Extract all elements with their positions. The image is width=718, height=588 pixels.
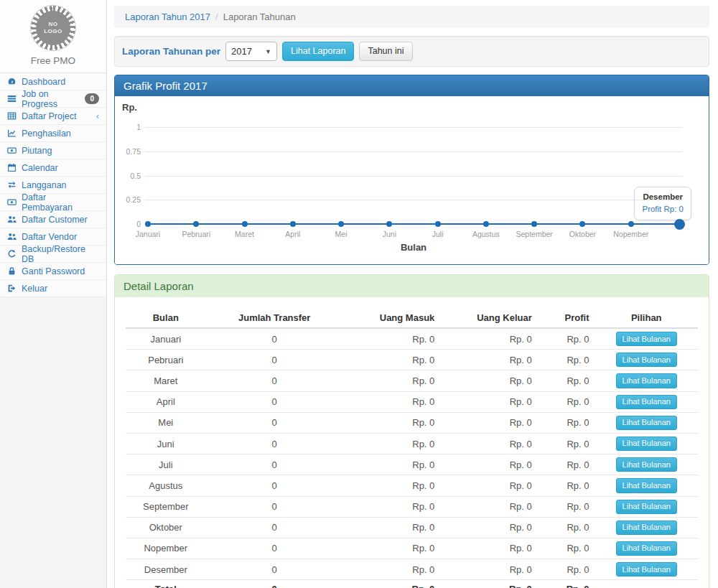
view-monthly-button-maret[interactable]: Lihat Bulanan	[616, 373, 677, 388]
cell-jumlah_transfer: 0	[206, 412, 343, 433]
data-point-agustus[interactable]	[483, 221, 489, 227]
app-window: NO LOGO Free PMO DashboardJob on Progres…	[0, 0, 718, 588]
data-point-oktober[interactable]	[579, 221, 585, 227]
table-row-januari: Januari0Rp. 0Rp. 0Rp. 0Lihat Bulanan	[126, 328, 698, 350]
cell-pilihan: Lihat Bulanan	[595, 496, 699, 517]
view-monthly-button-pebruari[interactable]: Lihat Bulanan	[616, 353, 677, 367]
profit-chart-panel: Grafik Profit 2017 Rp. Bulan Desember Pr…	[114, 75, 709, 265]
cell-profit: Rp. 0	[538, 559, 595, 580]
cell-uang_masuk: Rp. 0	[343, 391, 440, 412]
cell-jumlah_transfer: 0	[206, 454, 343, 475]
data-point-maret[interactable]	[242, 221, 248, 227]
cell-jumlah_transfer: 0	[206, 475, 343, 496]
cell-jumlah_transfer: 0	[206, 559, 343, 580]
sidebar-item-calendar[interactable]: Calendar	[0, 159, 106, 177]
sidebar-item-penghasilan[interactable]: Penghasilan	[0, 125, 106, 142]
sidebar-item-ganti-password[interactable]: Ganti Password	[0, 263, 106, 280]
table-row-september: September0Rp. 0Rp. 0Rp. 0Lihat Bulanan	[126, 496, 698, 517]
cell-pilihan: Lihat Bulanan	[595, 391, 699, 412]
cell-profit: Rp. 0	[538, 454, 595, 475]
view-monthly-button-oktober[interactable]: Lihat Bulanan	[616, 521, 677, 535]
view-monthly-button-nopember[interactable]: Lihat Bulanan	[616, 541, 677, 556]
table-header-row: BulanJumlah TransferUang MasukUang Kelua…	[126, 308, 698, 328]
logo-box: NO LOGO Free PMO	[0, 0, 106, 73]
data-point-pebruari[interactable]	[193, 221, 199, 227]
users-icon	[7, 232, 17, 241]
breadcrumb-active: Laporan Tahunan	[223, 11, 296, 22]
sidebar-item-daftar-pembayaran[interactable]: Daftar Pembayaran	[0, 194, 106, 211]
this-year-button[interactable]: Tahun ini	[359, 42, 412, 61]
gridline	[145, 127, 682, 128]
view-monthly-button-september[interactable]: Lihat Bulanan	[616, 500, 677, 514]
cell-jumlah_transfer: 0	[206, 433, 343, 454]
cell-uang_keluar: Rp. 0	[440, 475, 537, 496]
data-point-september[interactable]	[531, 221, 537, 227]
view-monthly-button-agustus[interactable]: Lihat Bulanan	[616, 478, 677, 493]
view-monthly-button-mei[interactable]: Lihat Bulanan	[616, 416, 677, 430]
sidebar-item-backup-restore-db[interactable]: Backup/Restore DB	[0, 246, 106, 263]
view-monthly-button-juli[interactable]: Lihat Bulanan	[616, 457, 677, 472]
column-header-bulan: Bulan	[126, 308, 206, 328]
cell-jumlah_transfer: 0	[206, 350, 343, 370]
cell-bulan: Januari	[126, 328, 206, 350]
cell-jumlah_transfer: 0	[206, 328, 343, 350]
cell-profit: Rp. 0	[538, 328, 595, 350]
y-tick-label: 0	[115, 220, 141, 228]
cell-profit: Rp. 0	[538, 350, 595, 370]
profit-line-chart: Rp. Bulan Desember Profit Rp: 0 10.750.5…	[115, 96, 709, 264]
breadcrumb: Laporan Tahun 2017/Laporan Tahunan	[114, 6, 709, 28]
sidebar-item-job-on-progress[interactable]: Job on Progress0	[0, 90, 106, 108]
cell-uang_keluar: Rp. 0	[440, 454, 537, 475]
year-select[interactable]: 2017 ▼	[225, 42, 277, 61]
chart-tooltip: Desember Profit Rp: 0	[634, 187, 691, 220]
table-row-nopember: Nopember0Rp. 0Rp. 0Rp. 0Lihat Bulanan	[126, 538, 698, 559]
data-point-mei[interactable]	[338, 221, 344, 227]
sidebar-item-daftar-customer[interactable]: Daftar Customer	[0, 211, 106, 228]
total-value	[595, 580, 699, 588]
breadcrumb-link[interactable]: Laporan Tahun 2017	[125, 11, 210, 22]
sidebar-menu: DashboardJob on Progress0Daftar Project‹…	[0, 73, 106, 297]
sidebar-item-daftar-project[interactable]: Daftar Project‹	[0, 108, 106, 125]
cell-uang_keluar: Rp. 0	[440, 433, 537, 454]
cell-profit: Rp. 0	[538, 433, 595, 454]
sidebar-item-keluar[interactable]: Keluar	[0, 280, 106, 297]
y-axis-title: Rp.	[122, 102, 137, 113]
cell-bulan: Oktober	[126, 517, 206, 538]
view-monthly-button-januari[interactable]: Lihat Bulanan	[616, 332, 677, 346]
users-icon	[7, 215, 17, 224]
view-report-button[interactable]: Lihat Laporan	[282, 42, 354, 61]
view-monthly-button-april[interactable]: Lihat Bulanan	[616, 395, 677, 409]
cell-bulan: Desember	[126, 559, 206, 580]
table-row-mei: Mei0Rp. 0Rp. 0Rp. 0Lihat Bulanan	[126, 412, 698, 433]
data-point-januari[interactable]	[145, 221, 151, 227]
cell-pilihan: Lihat Bulanan	[595, 328, 699, 350]
sidebar-item-label: Daftar Vendor	[22, 232, 77, 242]
data-point-april[interactable]	[290, 221, 296, 227]
cell-pilihan: Lihat Bulanan	[595, 370, 699, 391]
cell-uang_keluar: Rp. 0	[440, 538, 537, 559]
sidebar-item-piutang[interactable]: Piutang	[0, 142, 106, 159]
data-point-desember[interactable]	[674, 219, 685, 230]
cell-pilihan: Lihat Bulanan	[595, 517, 699, 538]
data-point-juli[interactable]	[435, 221, 441, 227]
sidebar-item-daftar-vendor[interactable]: Daftar Vendor	[0, 228, 106, 246]
sidebar-item-label: Keluar	[22, 284, 47, 294]
sidebar-item-langganan[interactable]: Langganan	[0, 177, 106, 194]
x-axis-title: Bulan	[145, 242, 682, 253]
view-monthly-button-desember[interactable]: Lihat Bulanan	[616, 562, 677, 577]
cell-uang_masuk: Rp. 0	[343, 328, 440, 350]
cell-pilihan: Lihat Bulanan	[595, 412, 699, 433]
cell-jumlah_transfer: 0	[206, 496, 343, 517]
cell-uang_keluar: Rp. 0	[440, 350, 537, 370]
cell-uang_keluar: Rp. 0	[440, 370, 537, 391]
cell-uang_masuk: Rp. 0	[343, 517, 440, 538]
view-monthly-button-juni[interactable]: Lihat Bulanan	[616, 437, 677, 451]
retweet-icon	[7, 180, 17, 190]
cell-jumlah_transfer: 0	[206, 538, 343, 559]
cell-uang_keluar: Rp. 0	[440, 412, 537, 433]
total-value: 0	[206, 580, 343, 588]
data-point-nopember[interactable]	[628, 221, 634, 227]
sidebar-item-dashboard[interactable]: Dashboard	[0, 73, 106, 90]
data-point-juni[interactable]	[386, 221, 392, 227]
sidebar-item-label: Piutang	[22, 146, 52, 156]
